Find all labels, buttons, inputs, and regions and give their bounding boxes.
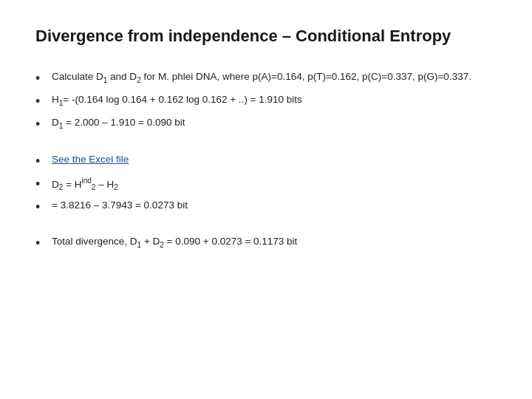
bullet-dot: •	[35, 175, 49, 194]
bullet-dot: •	[35, 152, 49, 171]
bullet-group-3: • Total divergence, D1 + D2 = 0.090 + 0.…	[35, 234, 497, 257]
list-item: • Total divergence, D1 + D2 = 0.090 + 0.…	[35, 234, 497, 253]
list-item: • = 3.8216 – 3.7943 = 0.0273 bit	[35, 198, 497, 216]
bullet-dot: •	[35, 92, 49, 111]
bullet-text-4: See the Excel file	[52, 152, 129, 167]
bullet-text-3: D1 = 2.000 – 1.910 = 0.090 bit	[52, 115, 185, 132]
bullet-group-2: • See the Excel file • D2 = Hind2 – H2 •…	[35, 152, 497, 222]
bullet-dot: •	[35, 234, 49, 253]
slide-container: Divergence from independence – Condition…	[0, 0, 532, 399]
content-area: • Calculate D1 and D2 for M. phlei DNA, …	[35, 69, 497, 270]
bullet-text-7: Total divergence, D1 + D2 = 0.090 + 0.02…	[52, 234, 297, 250]
list-item: • D1 = 2.000 – 1.910 = 0.090 bit	[35, 115, 497, 134]
bullet-dot: •	[35, 198, 49, 216]
excel-file-link[interactable]: See the Excel file	[52, 154, 129, 165]
bullet-text-2: H1= -(0.164 log 0.164 + 0.162 log 0.162 …	[52, 92, 302, 109]
list-item: • H1= -(0.164 log 0.164 + 0.162 log 0.16…	[35, 92, 497, 111]
bullet-text-5: D2 = Hind2 – H2	[52, 175, 118, 193]
bullet-dot: •	[35, 115, 49, 134]
bullet-group-1: • Calculate D1 and D2 for M. phlei DNA, …	[35, 69, 497, 139]
list-item: • D2 = Hind2 – H2	[35, 175, 497, 194]
list-item: • See the Excel file	[35, 152, 497, 171]
slide-title: Divergence from independence – Condition…	[35, 27, 497, 49]
bullet-text-6: = 3.8216 – 3.7943 = 0.0273 bit	[52, 198, 188, 213]
bullet-text-1: Calculate D1 and D2 for M. phlei DNA, wh…	[52, 69, 471, 86]
bullet-dot: •	[35, 69, 49, 88]
list-item: • Calculate D1 and D2 for M. phlei DNA, …	[35, 69, 497, 88]
